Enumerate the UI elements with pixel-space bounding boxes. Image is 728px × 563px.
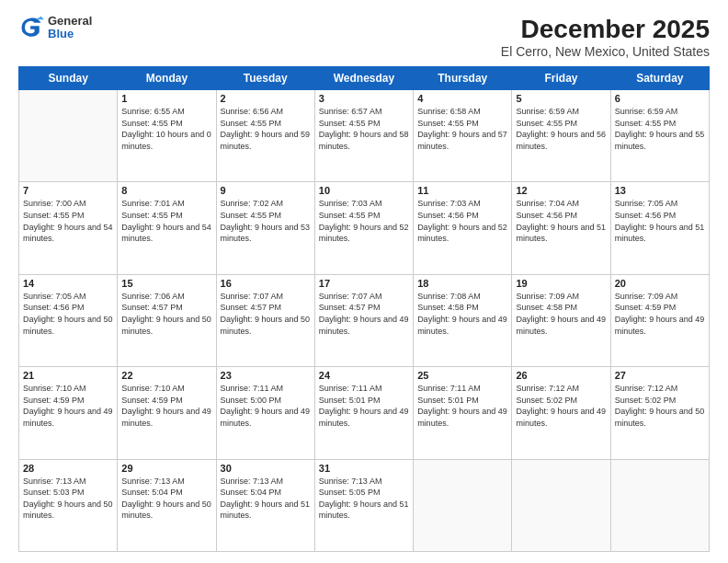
- day-number: 26: [516, 370, 606, 381]
- day-info: Sunrise: 6:56 AMSunset: 4:55 PMDaylight:…: [221, 106, 311, 152]
- day-number: 17: [319, 278, 409, 289]
- calendar-cell: 7Sunrise: 7:00 AMSunset: 4:55 PMDaylight…: [19, 182, 118, 274]
- calendar-cell: 25Sunrise: 7:11 AMSunset: 5:01 PMDayligh…: [414, 367, 512, 459]
- calendar-cell: 6Sunrise: 6:59 AMSunset: 4:55 PMDaylight…: [610, 90, 709, 182]
- day-number: 3: [319, 93, 409, 104]
- calendar-cell: [512, 459, 610, 551]
- calendar-cell: 23Sunrise: 7:11 AMSunset: 5:00 PMDayligh…: [216, 367, 314, 459]
- calendar-week-5: 28Sunrise: 7:13 AMSunset: 5:03 PMDayligh…: [19, 459, 710, 551]
- calendar-cell: [19, 90, 118, 182]
- title-block: December 2025 El Cerro, New Mexico, Unit…: [501, 15, 710, 59]
- header: General Blue December 2025 El Cerro, New…: [18, 15, 710, 59]
- calendar-cell: 21Sunrise: 7:10 AMSunset: 4:59 PMDayligh…: [19, 367, 118, 459]
- calendar-cell: 15Sunrise: 7:06 AMSunset: 4:57 PMDayligh…: [118, 274, 216, 366]
- day-number: 18: [417, 278, 507, 289]
- day-number: 9: [221, 185, 311, 196]
- col-sunday: Sunday: [19, 67, 118, 90]
- day-info: Sunrise: 7:07 AMSunset: 4:57 PMDaylight:…: [221, 291, 311, 337]
- calendar-cell: 14Sunrise: 7:05 AMSunset: 4:56 PMDayligh…: [19, 274, 118, 366]
- day-info: Sunrise: 7:13 AMSunset: 5:03 PMDaylight:…: [23, 476, 113, 522]
- calendar-cell: [610, 459, 709, 551]
- calendar-cell: 18Sunrise: 7:08 AMSunset: 4:58 PMDayligh…: [414, 274, 512, 366]
- calendar-cell: 9Sunrise: 7:02 AMSunset: 4:55 PMDaylight…: [216, 182, 314, 274]
- day-number: 20: [615, 278, 705, 289]
- calendar-cell: 29Sunrise: 7:13 AMSunset: 5:04 PMDayligh…: [118, 459, 216, 551]
- calendar-week-1: 1Sunrise: 6:55 AMSunset: 4:55 PMDaylight…: [19, 90, 710, 182]
- day-number: 11: [417, 185, 507, 196]
- day-number: 1: [121, 93, 211, 104]
- calendar-cell: 2Sunrise: 6:56 AMSunset: 4:55 PMDaylight…: [216, 90, 314, 182]
- day-info: Sunrise: 6:55 AMSunset: 4:55 PMDaylight:…: [121, 106, 211, 152]
- logo-text: General Blue: [48, 15, 92, 41]
- day-number: 7: [23, 185, 113, 196]
- day-number: 6: [615, 93, 705, 104]
- day-info: Sunrise: 7:08 AMSunset: 4:58 PMDaylight:…: [417, 291, 507, 337]
- logo-icon: [18, 15, 44, 40]
- col-monday: Monday: [118, 67, 216, 90]
- day-info: Sunrise: 7:05 AMSunset: 4:56 PMDaylight:…: [615, 198, 705, 244]
- calendar-cell: 1Sunrise: 6:55 AMSunset: 4:55 PMDaylight…: [118, 90, 216, 182]
- calendar-cell: 5Sunrise: 6:59 AMSunset: 4:55 PMDaylight…: [512, 90, 610, 182]
- col-friday: Friday: [512, 67, 610, 90]
- calendar-cell: 8Sunrise: 7:01 AMSunset: 4:55 PMDaylight…: [118, 182, 216, 274]
- calendar-table: Sunday Monday Tuesday Wednesday Thursday…: [18, 66, 710, 552]
- day-info: Sunrise: 7:12 AMSunset: 5:02 PMDaylight:…: [615, 383, 705, 429]
- day-info: Sunrise: 7:13 AMSunset: 5:04 PMDaylight:…: [121, 476, 211, 522]
- calendar-cell: 22Sunrise: 7:10 AMSunset: 4:59 PMDayligh…: [118, 367, 216, 459]
- col-tuesday: Tuesday: [216, 67, 314, 90]
- calendar-cell: 17Sunrise: 7:07 AMSunset: 4:57 PMDayligh…: [314, 274, 413, 366]
- day-info: Sunrise: 7:00 AMSunset: 4:55 PMDaylight:…: [23, 198, 113, 244]
- day-info: Sunrise: 7:13 AMSunset: 5:05 PMDaylight:…: [319, 476, 409, 522]
- day-number: 2: [221, 93, 311, 104]
- day-info: Sunrise: 7:10 AMSunset: 4:59 PMDaylight:…: [23, 383, 113, 429]
- day-info: Sunrise: 7:10 AMSunset: 4:59 PMDaylight:…: [121, 383, 211, 429]
- day-number: 28: [23, 463, 113, 474]
- day-info: Sunrise: 7:05 AMSunset: 4:56 PMDaylight:…: [23, 291, 113, 337]
- day-number: 21: [23, 370, 113, 381]
- day-number: 14: [23, 278, 113, 289]
- day-number: 22: [121, 370, 211, 381]
- day-number: 23: [221, 370, 311, 381]
- day-number: 4: [417, 93, 507, 104]
- calendar-cell: 11Sunrise: 7:03 AMSunset: 4:56 PMDayligh…: [414, 182, 512, 274]
- day-info: Sunrise: 7:04 AMSunset: 4:56 PMDaylight:…: [516, 198, 606, 244]
- calendar-cell: 27Sunrise: 7:12 AMSunset: 5:02 PMDayligh…: [610, 367, 709, 459]
- calendar-subtitle: El Cerro, New Mexico, United States: [501, 44, 710, 59]
- calendar-cell: 4Sunrise: 6:58 AMSunset: 4:55 PMDaylight…: [414, 90, 512, 182]
- calendar-cell: 30Sunrise: 7:13 AMSunset: 5:04 PMDayligh…: [216, 459, 314, 551]
- day-number: 25: [417, 370, 507, 381]
- col-thursday: Thursday: [414, 67, 512, 90]
- calendar-cell: 3Sunrise: 6:57 AMSunset: 4:55 PMDaylight…: [314, 90, 413, 182]
- day-number: 29: [121, 463, 211, 474]
- day-info: Sunrise: 6:57 AMSunset: 4:55 PMDaylight:…: [319, 106, 409, 152]
- day-info: Sunrise: 7:02 AMSunset: 4:55 PMDaylight:…: [221, 198, 311, 244]
- calendar-cell: 19Sunrise: 7:09 AMSunset: 4:58 PMDayligh…: [512, 274, 610, 366]
- day-info: Sunrise: 6:59 AMSunset: 4:55 PMDaylight:…: [615, 106, 705, 152]
- calendar-cell: 24Sunrise: 7:11 AMSunset: 5:01 PMDayligh…: [314, 367, 413, 459]
- day-info: Sunrise: 7:06 AMSunset: 4:57 PMDaylight:…: [121, 291, 211, 337]
- day-info: Sunrise: 7:11 AMSunset: 5:00 PMDaylight:…: [221, 383, 311, 429]
- calendar-week-4: 21Sunrise: 7:10 AMSunset: 4:59 PMDayligh…: [19, 367, 710, 459]
- calendar-cell: 10Sunrise: 7:03 AMSunset: 4:55 PMDayligh…: [314, 182, 413, 274]
- calendar-cell: 13Sunrise: 7:05 AMSunset: 4:56 PMDayligh…: [610, 182, 709, 274]
- day-number: 13: [615, 185, 705, 196]
- day-info: Sunrise: 7:12 AMSunset: 5:02 PMDaylight:…: [516, 383, 606, 429]
- calendar-cell: 16Sunrise: 7:07 AMSunset: 4:57 PMDayligh…: [216, 274, 314, 366]
- day-info: Sunrise: 7:11 AMSunset: 5:01 PMDaylight:…: [319, 383, 409, 429]
- calendar-cell: 26Sunrise: 7:12 AMSunset: 5:02 PMDayligh…: [512, 367, 610, 459]
- day-number: 24: [319, 370, 409, 381]
- logo-blue-text: Blue: [48, 28, 92, 40]
- day-info: Sunrise: 7:03 AMSunset: 4:56 PMDaylight:…: [417, 198, 507, 244]
- day-info: Sunrise: 7:13 AMSunset: 5:04 PMDaylight:…: [221, 476, 311, 522]
- col-wednesday: Wednesday: [314, 67, 413, 90]
- calendar-cell: [414, 459, 512, 551]
- day-number: 10: [319, 185, 409, 196]
- day-number: 16: [221, 278, 311, 289]
- day-info: Sunrise: 7:11 AMSunset: 5:01 PMDaylight:…: [417, 383, 507, 429]
- day-info: Sunrise: 7:03 AMSunset: 4:55 PMDaylight:…: [319, 198, 409, 244]
- calendar-cell: 28Sunrise: 7:13 AMSunset: 5:03 PMDayligh…: [19, 459, 118, 551]
- col-saturday: Saturday: [610, 67, 709, 90]
- logo: General Blue: [18, 15, 92, 41]
- day-number: 30: [221, 463, 311, 474]
- day-info: Sunrise: 7:07 AMSunset: 4:57 PMDaylight:…: [319, 291, 409, 337]
